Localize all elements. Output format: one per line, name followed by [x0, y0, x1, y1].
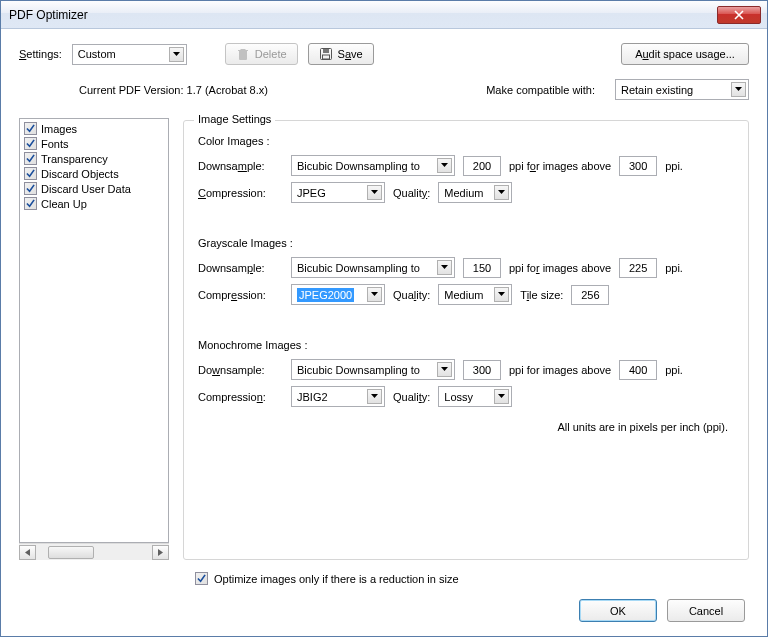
- scroll-thumb[interactable]: [48, 546, 94, 559]
- list-item-checkbox[interactable]: [24, 152, 37, 165]
- scroll-track[interactable]: [36, 545, 152, 560]
- color-downsample-row: Downsample: Bicubic Downsampling to 200 …: [198, 155, 734, 176]
- list-item-checkbox[interactable]: [24, 167, 37, 180]
- save-button[interactable]: Save: [308, 43, 374, 65]
- list-item-label: Images: [41, 123, 77, 135]
- check-icon: [26, 169, 35, 178]
- gray-tile-label: Tile size:: [520, 289, 563, 301]
- color-downsample-combo[interactable]: Bicubic Downsampling to: [291, 155, 455, 176]
- list-item[interactable]: Images: [22, 121, 166, 136]
- list-item[interactable]: Discard User Data: [22, 181, 166, 196]
- settings-label: Settings:: [19, 48, 62, 60]
- color-compression-row: Compression: JPEG Quality: Medium: [198, 182, 734, 203]
- check-icon: [26, 184, 35, 193]
- check-icon: [26, 154, 35, 163]
- mono-ppi-input[interactable]: 300: [463, 360, 501, 380]
- window: PDF Optimizer Settings: Custom Delete Sa…: [0, 0, 768, 637]
- list-item-checkbox[interactable]: [24, 197, 37, 210]
- color-quality-combo[interactable]: Medium: [438, 182, 512, 203]
- optimize-row: Optimize images only if there is a reduc…: [29, 572, 749, 585]
- check-icon: [26, 124, 35, 133]
- gray-quality-combo[interactable]: Medium: [438, 284, 512, 305]
- footer: OK Cancel: [19, 585, 749, 624]
- chevron-down-icon: [367, 287, 382, 302]
- chevron-down-icon: [437, 158, 452, 173]
- list-item-checkbox[interactable]: [24, 137, 37, 150]
- mono-downsample-row: Downsample: Bicubic Downsampling to 300 …: [198, 359, 734, 380]
- compat-label: Make compatible with:: [486, 84, 595, 96]
- save-label: Save: [338, 48, 363, 60]
- check-icon: [26, 199, 35, 208]
- gray-downsample-label: Downsample:: [198, 262, 283, 274]
- sidebar: ImagesFontsTransparencyDiscard ObjectsDi…: [19, 118, 169, 560]
- mono-ppi-suffix: ppi.: [665, 364, 683, 376]
- mono-downsample-label: Downsample:: [198, 364, 283, 376]
- color-ppi-suffix: ppi.: [665, 160, 683, 172]
- color-compression-combo[interactable]: JPEG: [291, 182, 385, 203]
- gray-ppi-suffix: ppi.: [665, 262, 683, 274]
- gray-downsample-combo[interactable]: Bicubic Downsampling to: [291, 257, 455, 278]
- list-item[interactable]: Fonts: [22, 136, 166, 151]
- color-downsample-label: Downsample:: [198, 160, 283, 172]
- titlebar: PDF Optimizer: [1, 1, 767, 29]
- scroll-right-button[interactable]: [152, 545, 169, 560]
- top-row: Settings: Custom Delete Save Audit space…: [19, 43, 749, 65]
- color-above-input[interactable]: 300: [619, 156, 657, 176]
- window-title: PDF Optimizer: [9, 8, 717, 22]
- gray-ppi-input[interactable]: 150: [463, 258, 501, 278]
- mono-compression-combo[interactable]: JBIG2: [291, 386, 385, 407]
- color-ppi-input[interactable]: 200: [463, 156, 501, 176]
- image-settings-panel: Image Settings Color Images : Downsample…: [183, 120, 749, 560]
- settings-combo[interactable]: Custom: [72, 44, 187, 65]
- gray-compression-row: Compression: JPEG2000 Quality: Medium Ti…: [198, 284, 734, 305]
- scroll-left-button[interactable]: [19, 545, 36, 560]
- list-item[interactable]: Clean Up: [22, 196, 166, 211]
- units-note: All units are in pixels per inch (ppi).: [198, 421, 728, 433]
- check-icon: [26, 139, 35, 148]
- settings-value: Custom: [78, 48, 116, 60]
- gray-compression-label: Compression:: [198, 289, 283, 301]
- list-item-label: Clean Up: [41, 198, 87, 210]
- mono-above-input[interactable]: 400: [619, 360, 657, 380]
- mono-quality-combo[interactable]: Lossy: [438, 386, 512, 407]
- chevron-down-icon: [169, 47, 184, 62]
- optimize-checkbox[interactable]: [195, 572, 208, 585]
- list-item-checkbox[interactable]: [24, 122, 37, 135]
- gray-above-label: ppi for images above: [509, 262, 611, 274]
- delete-label: Delete: [255, 48, 287, 60]
- check-icon: [197, 574, 206, 583]
- chevron-down-icon: [367, 185, 382, 200]
- gray-above-input[interactable]: 225: [619, 258, 657, 278]
- ok-button[interactable]: OK: [579, 599, 657, 622]
- cancel-button[interactable]: Cancel: [667, 599, 745, 622]
- list-item[interactable]: Transparency: [22, 151, 166, 166]
- list-item-label: Fonts: [41, 138, 69, 150]
- close-icon: [734, 10, 744, 20]
- info-row: Current PDF Version: 1.7 (Acrobat 8.x) M…: [79, 79, 749, 100]
- list-item-label: Discard Objects: [41, 168, 119, 180]
- chevron-down-icon: [494, 287, 509, 302]
- list-item-label: Transparency: [41, 153, 108, 165]
- color-compression-label: Compression:: [198, 187, 283, 199]
- compat-combo[interactable]: Retain existing: [615, 79, 749, 100]
- mono-section-title: Monochrome Images :: [198, 339, 734, 351]
- mono-compression-row: Compression: JBIG2 Quality: Lossy: [198, 386, 734, 407]
- delete-button: Delete: [225, 43, 298, 65]
- gray-section-title: Grayscale Images :: [198, 237, 734, 249]
- gray-compression-combo[interactable]: JPEG2000: [291, 284, 385, 305]
- category-list[interactable]: ImagesFontsTransparencyDiscard ObjectsDi…: [19, 118, 169, 543]
- chevron-down-icon: [494, 185, 509, 200]
- audit-button[interactable]: Audit space usage...: [621, 43, 749, 65]
- chevron-down-icon: [367, 389, 382, 404]
- sidebar-scrollbar[interactable]: [19, 543, 169, 560]
- close-button[interactable]: [717, 6, 761, 24]
- compat-value: Retain existing: [621, 84, 693, 96]
- list-item[interactable]: Discard Objects: [22, 166, 166, 181]
- main-area: ImagesFontsTransparencyDiscard ObjectsDi…: [19, 118, 749, 560]
- gray-tile-input[interactable]: 256: [571, 285, 609, 305]
- list-item-checkbox[interactable]: [24, 182, 37, 195]
- mono-compression-label: Compression:: [198, 391, 283, 403]
- list-item-label: Discard User Data: [41, 183, 131, 195]
- svg-rect-2: [322, 55, 329, 59]
- mono-downsample-combo[interactable]: Bicubic Downsampling to: [291, 359, 455, 380]
